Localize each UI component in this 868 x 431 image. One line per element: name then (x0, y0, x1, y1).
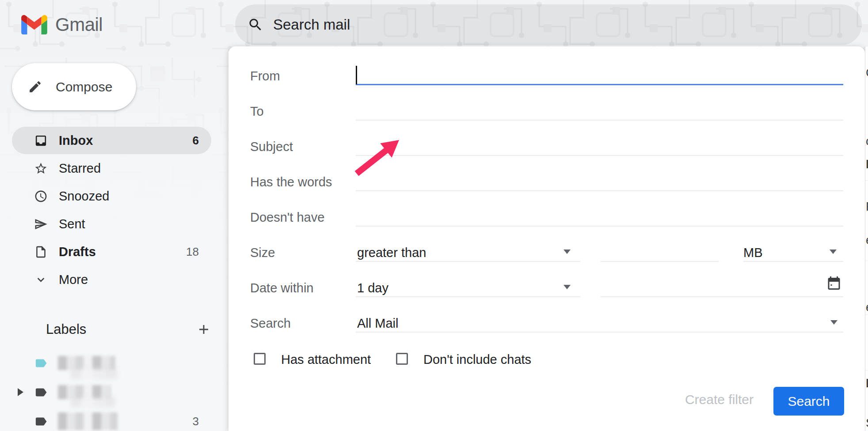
clipped-text: c (866, 135, 868, 148)
scope-select[interactable]: All Mail (357, 316, 398, 331)
has-attachment-checkbox[interactable] (254, 353, 266, 365)
sidebar-item-sent[interactable]: Sent (12, 210, 211, 238)
clipped-text: I (866, 158, 868, 171)
inbox-count-badge: 6 (193, 134, 199, 147)
date-within-select[interactable]: 1 day (357, 281, 388, 295)
clipped-text: S (866, 416, 868, 430)
search-input[interactable]: Search mail (273, 16, 350, 33)
clipped-text: N (866, 377, 868, 390)
dropdown-arrow-icon[interactable] (830, 250, 837, 254)
clipped-text: F (866, 200, 868, 214)
draft-icon (34, 245, 48, 259)
dont-include-chats-checkbox[interactable] (396, 353, 408, 365)
star-icon (34, 162, 48, 175)
from-label: From (250, 69, 280, 85)
search-bar[interactable]: Search mail (235, 4, 862, 45)
clipped-text: e (866, 234, 868, 247)
dropdown-arrow-icon[interactable] (563, 250, 571, 254)
label-tag-icon (34, 356, 48, 370)
scope-label: Search (250, 316, 291, 332)
send-icon (34, 217, 48, 231)
label-row[interactable]: 3 (12, 409, 211, 431)
sidebar-item-label: Inbox (59, 133, 93, 148)
from-input[interactable] (356, 84, 843, 85)
clock-icon (34, 189, 48, 203)
label-name-redacted (58, 412, 118, 430)
annotation-arrow (349, 135, 407, 181)
size-operator-underline (356, 261, 580, 262)
text-cursor (356, 66, 357, 84)
sidebar-item-label: Starred (59, 161, 101, 176)
size-label: Size (250, 246, 275, 261)
has-words-input[interactable] (356, 190, 843, 191)
background-mail-list-sliver: C c I F e e N S (865, 46, 868, 431)
date-input[interactable] (601, 296, 843, 297)
compose-button[interactable]: Compose (12, 63, 136, 110)
plus-icon[interactable] (196, 322, 211, 337)
gmail-app-window: Gmail Search mail Compose Inbox 6 Starre… (0, 0, 868, 431)
clipped-text: C (866, 66, 868, 80)
sidebar-item-inbox[interactable]: Inbox 6 (12, 127, 211, 154)
has-words-label: Has the words (250, 175, 332, 191)
label-name-redacted (71, 397, 115, 407)
compose-label: Compose (56, 79, 112, 95)
sidebar-item-label: Drafts (59, 245, 96, 259)
label-tag-icon (34, 415, 48, 428)
size-unit-underline (743, 261, 843, 262)
create-filter-button[interactable]: Create filter (674, 392, 754, 408)
sidebar-item-more[interactable]: More (12, 266, 211, 293)
sidebar-item-snoozed[interactable]: Snoozed (12, 182, 211, 210)
doesnt-have-input[interactable] (356, 226, 843, 227)
dropdown-arrow-icon[interactable] (563, 285, 571, 289)
subject-input[interactable] (356, 155, 843, 156)
advanced-search-panel: From To Subject Has the words Doesn't ha… (228, 46, 865, 431)
size-unit-select[interactable]: MB (743, 246, 763, 260)
search-icon[interactable] (247, 17, 263, 33)
to-label: To (250, 104, 264, 120)
dont-include-chats-label: Don't include chats (423, 352, 531, 367)
labels-title: Labels (46, 321, 86, 337)
dropdown-arrow-icon[interactable] (830, 320, 838, 325)
drafts-count: 18 (186, 245, 199, 259)
calendar-icon[interactable] (826, 275, 842, 291)
expand-arrow-icon[interactable] (18, 388, 23, 396)
size-amount-input[interactable] (601, 261, 719, 262)
sidebar-item-label: Snoozed (59, 189, 110, 204)
date-within-label: Date within (250, 281, 313, 297)
gmail-logo[interactable]: Gmail (21, 13, 103, 36)
sidebar-item-label: More (59, 272, 88, 287)
sidebar-item-drafts[interactable]: Drafts 18 (12, 238, 211, 265)
sidebar-item-starred[interactable]: Starred (12, 155, 211, 182)
date-within-underline (356, 296, 580, 297)
clipped-text: e (866, 301, 868, 314)
to-input[interactable] (356, 120, 843, 121)
scope-underline (356, 332, 843, 333)
label-tag-icon (34, 386, 48, 399)
gmail-m-icon (21, 15, 47, 34)
search-submit-button[interactable]: Search (773, 387, 844, 416)
subject-label: Subject (250, 140, 293, 155)
sidebar-item-label: Sent (59, 217, 85, 231)
pencil-icon (28, 79, 42, 94)
label-name-redacted (71, 367, 119, 379)
inbox-icon (34, 134, 48, 147)
size-operator-select[interactable]: greater than (357, 246, 426, 260)
labels-section-header: Labels (46, 321, 211, 338)
has-attachment-label: Has attachment (281, 352, 371, 367)
label-count: 3 (193, 415, 199, 428)
chevron-down-icon (34, 273, 48, 287)
gmail-wordmark: Gmail (55, 14, 103, 35)
doesnt-have-label: Doesn't have (250, 210, 324, 226)
